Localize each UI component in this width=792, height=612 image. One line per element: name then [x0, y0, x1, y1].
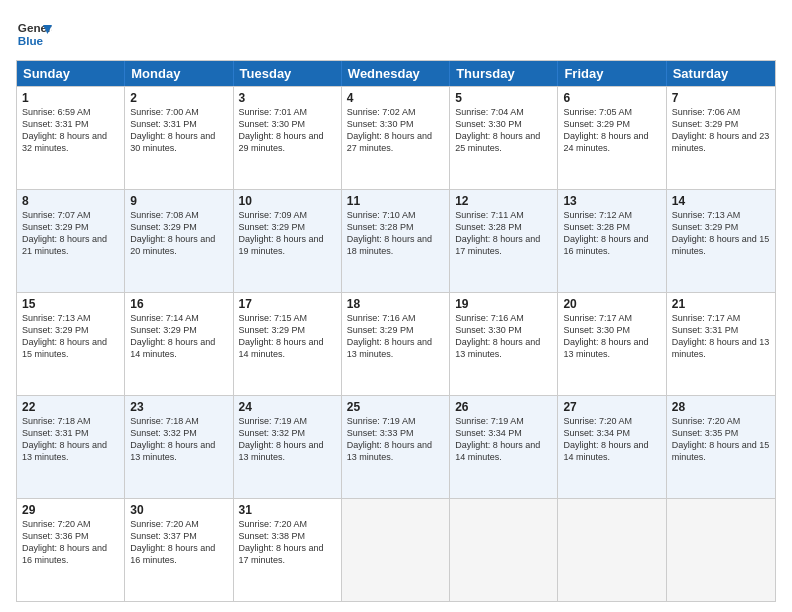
day-number: 27 [563, 400, 660, 414]
cell-info: Sunrise: 7:20 AMSunset: 3:36 PMDaylight:… [22, 518, 119, 567]
day-number: 13 [563, 194, 660, 208]
header-day-sunday: Sunday [17, 61, 125, 86]
calendar-row-1: 1Sunrise: 6:59 AMSunset: 3:31 PMDaylight… [17, 86, 775, 189]
calendar-cell: 21Sunrise: 7:17 AMSunset: 3:31 PMDayligh… [667, 293, 775, 395]
calendar-cell: 6Sunrise: 7:05 AMSunset: 3:29 PMDaylight… [558, 87, 666, 189]
calendar-cell: 27Sunrise: 7:20 AMSunset: 3:34 PMDayligh… [558, 396, 666, 498]
cell-info: Sunrise: 7:08 AMSunset: 3:29 PMDaylight:… [130, 209, 227, 258]
day-number: 30 [130, 503, 227, 517]
day-number: 22 [22, 400, 119, 414]
calendar-row-3: 15Sunrise: 7:13 AMSunset: 3:29 PMDayligh… [17, 292, 775, 395]
day-number: 21 [672, 297, 770, 311]
cell-info: Sunrise: 7:01 AMSunset: 3:30 PMDaylight:… [239, 106, 336, 155]
cell-info: Sunrise: 7:19 AMSunset: 3:33 PMDaylight:… [347, 415, 444, 464]
calendar-cell [342, 499, 450, 601]
calendar-cell: 22Sunrise: 7:18 AMSunset: 3:31 PMDayligh… [17, 396, 125, 498]
header: General Blue [16, 16, 776, 52]
calendar-header: SundayMondayTuesdayWednesdayThursdayFrid… [17, 61, 775, 86]
calendar-cell: 30Sunrise: 7:20 AMSunset: 3:37 PMDayligh… [125, 499, 233, 601]
calendar-cell: 17Sunrise: 7:15 AMSunset: 3:29 PMDayligh… [234, 293, 342, 395]
day-number: 14 [672, 194, 770, 208]
cell-info: Sunrise: 7:20 AMSunset: 3:37 PMDaylight:… [130, 518, 227, 567]
calendar-cell: 12Sunrise: 7:11 AMSunset: 3:28 PMDayligh… [450, 190, 558, 292]
calendar-cell: 7Sunrise: 7:06 AMSunset: 3:29 PMDaylight… [667, 87, 775, 189]
calendar-cell: 14Sunrise: 7:13 AMSunset: 3:29 PMDayligh… [667, 190, 775, 292]
calendar-cell: 11Sunrise: 7:10 AMSunset: 3:28 PMDayligh… [342, 190, 450, 292]
cell-info: Sunrise: 7:11 AMSunset: 3:28 PMDaylight:… [455, 209, 552, 258]
calendar-cell: 28Sunrise: 7:20 AMSunset: 3:35 PMDayligh… [667, 396, 775, 498]
calendar-cell: 19Sunrise: 7:16 AMSunset: 3:30 PMDayligh… [450, 293, 558, 395]
day-number: 26 [455, 400, 552, 414]
cell-info: Sunrise: 7:19 AMSunset: 3:34 PMDaylight:… [455, 415, 552, 464]
calendar-row-4: 22Sunrise: 7:18 AMSunset: 3:31 PMDayligh… [17, 395, 775, 498]
header-day-saturday: Saturday [667, 61, 775, 86]
day-number: 28 [672, 400, 770, 414]
calendar-cell: 20Sunrise: 7:17 AMSunset: 3:30 PMDayligh… [558, 293, 666, 395]
cell-info: Sunrise: 7:16 AMSunset: 3:30 PMDaylight:… [455, 312, 552, 361]
calendar-cell: 9Sunrise: 7:08 AMSunset: 3:29 PMDaylight… [125, 190, 233, 292]
calendar-cell: 2Sunrise: 7:00 AMSunset: 3:31 PMDaylight… [125, 87, 233, 189]
day-number: 25 [347, 400, 444, 414]
cell-info: Sunrise: 7:20 AMSunset: 3:35 PMDaylight:… [672, 415, 770, 464]
header-day-monday: Monday [125, 61, 233, 86]
calendar-cell: 29Sunrise: 7:20 AMSunset: 3:36 PMDayligh… [17, 499, 125, 601]
calendar-body: 1Sunrise: 6:59 AMSunset: 3:31 PMDaylight… [17, 86, 775, 601]
cell-info: Sunrise: 7:13 AMSunset: 3:29 PMDaylight:… [22, 312, 119, 361]
cell-info: Sunrise: 7:12 AMSunset: 3:28 PMDaylight:… [563, 209, 660, 258]
calendar-cell [450, 499, 558, 601]
calendar-cell: 16Sunrise: 7:14 AMSunset: 3:29 PMDayligh… [125, 293, 233, 395]
cell-info: Sunrise: 7:09 AMSunset: 3:29 PMDaylight:… [239, 209, 336, 258]
day-number: 12 [455, 194, 552, 208]
day-number: 24 [239, 400, 336, 414]
cell-info: Sunrise: 7:15 AMSunset: 3:29 PMDaylight:… [239, 312, 336, 361]
cell-info: Sunrise: 7:18 AMSunset: 3:32 PMDaylight:… [130, 415, 227, 464]
calendar-cell [558, 499, 666, 601]
day-number: 10 [239, 194, 336, 208]
calendar-row-2: 8Sunrise: 7:07 AMSunset: 3:29 PMDaylight… [17, 189, 775, 292]
calendar: SundayMondayTuesdayWednesdayThursdayFrid… [16, 60, 776, 602]
header-day-friday: Friday [558, 61, 666, 86]
cell-info: Sunrise: 7:02 AMSunset: 3:30 PMDaylight:… [347, 106, 444, 155]
page: General Blue SundayMondayTuesdayWednesda… [0, 0, 792, 612]
calendar-cell: 31Sunrise: 7:20 AMSunset: 3:38 PMDayligh… [234, 499, 342, 601]
calendar-cell: 10Sunrise: 7:09 AMSunset: 3:29 PMDayligh… [234, 190, 342, 292]
calendar-cell: 5Sunrise: 7:04 AMSunset: 3:30 PMDaylight… [450, 87, 558, 189]
day-number: 15 [22, 297, 119, 311]
header-day-wednesday: Wednesday [342, 61, 450, 86]
cell-info: Sunrise: 7:00 AMSunset: 3:31 PMDaylight:… [130, 106, 227, 155]
calendar-cell: 13Sunrise: 7:12 AMSunset: 3:28 PMDayligh… [558, 190, 666, 292]
calendar-cell: 24Sunrise: 7:19 AMSunset: 3:32 PMDayligh… [234, 396, 342, 498]
day-number: 31 [239, 503, 336, 517]
day-number: 19 [455, 297, 552, 311]
day-number: 7 [672, 91, 770, 105]
day-number: 1 [22, 91, 119, 105]
day-number: 8 [22, 194, 119, 208]
day-number: 6 [563, 91, 660, 105]
day-number: 29 [22, 503, 119, 517]
cell-info: Sunrise: 7:18 AMSunset: 3:31 PMDaylight:… [22, 415, 119, 464]
cell-info: Sunrise: 7:05 AMSunset: 3:29 PMDaylight:… [563, 106, 660, 155]
cell-info: Sunrise: 7:06 AMSunset: 3:29 PMDaylight:… [672, 106, 770, 155]
cell-info: Sunrise: 7:20 AMSunset: 3:34 PMDaylight:… [563, 415, 660, 464]
logo: General Blue [16, 16, 52, 52]
cell-info: Sunrise: 7:16 AMSunset: 3:29 PMDaylight:… [347, 312, 444, 361]
calendar-cell: 26Sunrise: 7:19 AMSunset: 3:34 PMDayligh… [450, 396, 558, 498]
day-number: 16 [130, 297, 227, 311]
header-day-tuesday: Tuesday [234, 61, 342, 86]
calendar-cell [667, 499, 775, 601]
day-number: 18 [347, 297, 444, 311]
day-number: 9 [130, 194, 227, 208]
day-number: 2 [130, 91, 227, 105]
day-number: 3 [239, 91, 336, 105]
calendar-cell: 4Sunrise: 7:02 AMSunset: 3:30 PMDaylight… [342, 87, 450, 189]
cell-info: Sunrise: 7:17 AMSunset: 3:30 PMDaylight:… [563, 312, 660, 361]
day-number: 5 [455, 91, 552, 105]
day-number: 11 [347, 194, 444, 208]
calendar-cell: 1Sunrise: 6:59 AMSunset: 3:31 PMDaylight… [17, 87, 125, 189]
cell-info: Sunrise: 6:59 AMSunset: 3:31 PMDaylight:… [22, 106, 119, 155]
day-number: 20 [563, 297, 660, 311]
calendar-cell: 8Sunrise: 7:07 AMSunset: 3:29 PMDaylight… [17, 190, 125, 292]
day-number: 4 [347, 91, 444, 105]
cell-info: Sunrise: 7:20 AMSunset: 3:38 PMDaylight:… [239, 518, 336, 567]
logo-icon: General Blue [16, 16, 52, 52]
